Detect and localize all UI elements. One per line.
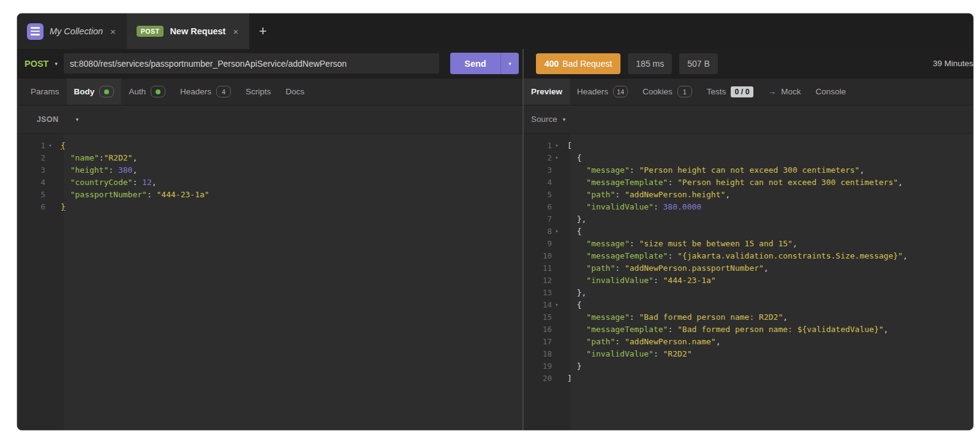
line-number: 10 — [524, 251, 552, 260]
request-body-editor[interactable]: 1▾{2 "name":"R2D2",3 "height": 380,4 "co… — [17, 134, 522, 430]
close-icon[interactable]: × — [109, 26, 117, 37]
line-number: 13 — [524, 288, 552, 297]
fold-caret-icon[interactable]: ▾ — [552, 143, 562, 148]
line-number: 18 — [524, 349, 552, 358]
tab-tests[interactable]: Tests 0 / 0 — [699, 78, 761, 105]
green-dot-icon — [104, 89, 109, 94]
fold-caret-icon[interactable]: ▾ — [552, 155, 562, 161]
code-line: 1▾[ — [524, 139, 973, 151]
code-line: 12 "invalidValue": "444-23-1a" — [524, 274, 973, 286]
code-line: 2 "name":"R2D2", — [17, 151, 522, 164]
chevron-down-icon[interactable]: ▾ — [55, 61, 58, 67]
code-line: 5 "path": "addNewPerson.height", — [524, 188, 973, 200]
response-age: 39 Minutes — [933, 59, 973, 68]
code-line: 20] — [524, 372, 973, 384]
line-number: 11 — [524, 263, 552, 273]
response-time: 185 ms — [628, 53, 672, 74]
chevron-down-icon[interactable]: ▾ — [563, 116, 566, 123]
collection-menu-icon[interactable] — [27, 23, 43, 40]
fold-caret-icon[interactable]: ▾ — [552, 229, 562, 234]
app-window: My Collection × POST New Request × + POS… — [17, 13, 973, 430]
code-line: 19 } — [524, 360, 973, 372]
code-line: 4 "countryCode": 12, — [17, 176, 522, 188]
tab-headers[interactable]: Headers 4 — [173, 78, 238, 105]
line-number: 3 — [524, 165, 552, 175]
response-view-bar: Source ▾ — [524, 105, 973, 134]
response-section-tabs: Preview Headers 14 Cookies 1 Tests 0 / 0… — [524, 78, 973, 105]
tab-new-request[interactable]: POST New Request × — [127, 13, 249, 49]
response-body-viewer[interactable]: 1▾[2▾ {3 "message": "Person height can n… — [524, 134, 973, 430]
code-line: 8▾ { — [524, 225, 973, 237]
collection-tab-label: My Collection — [50, 26, 103, 36]
method-select[interactable]: POST — [24, 59, 48, 69]
fold-caret-icon[interactable]: ▾ — [552, 302, 562, 308]
code-line: 6 "invalidValue": 380.0000 — [524, 200, 973, 213]
code-line: 9 "message": "size must be between 15 an… — [524, 237, 973, 249]
code-line: 5 "passportNumber": "444-23-1a" — [17, 188, 522, 200]
line-number: 1 — [524, 141, 552, 150]
tab-auth[interactable]: Auth — [121, 78, 173, 105]
green-dot-icon — [156, 89, 160, 94]
tab-docs[interactable]: Docs — [278, 78, 312, 105]
tab-preview[interactable]: Preview — [524, 78, 570, 105]
chevron-down-icon[interactable]: ▾ — [76, 116, 79, 123]
code-line: 4 "messageTemplate": "Person height can … — [524, 176, 973, 188]
body-type-select[interactable]: JSON — [37, 115, 59, 124]
line-number: 7 — [524, 214, 552, 224]
line-number: 15 — [524, 312, 552, 322]
code-line: 15 "message": "Bad formed person name: R… — [524, 311, 973, 323]
line-number: 5 — [524, 190, 552, 199]
code-line: 14▾ { — [524, 298, 973, 311]
arrow-right-icon: → — [768, 87, 777, 96]
line-number: 6 — [524, 202, 552, 211]
line-number: 8 — [524, 227, 552, 236]
tab-response-headers[interactable]: Headers 14 — [570, 78, 635, 105]
method-badge: POST — [137, 26, 164, 37]
code-line: 13 }, — [524, 286, 973, 298]
code-line: 3 "message": "Person height can not exce… — [524, 164, 973, 176]
body-type-bar: JSON ▾ — [17, 105, 522, 134]
send-button[interactable]: Send ▾ — [450, 53, 519, 74]
line-number: 2 — [524, 153, 552, 162]
close-icon[interactable]: × — [232, 26, 239, 37]
request-tab-bar: My Collection × POST New Request × + — [17, 13, 973, 49]
new-tab-button[interactable]: + — [249, 13, 276, 49]
url-input[interactable] — [64, 53, 439, 74]
send-button-label: Send — [450, 59, 500, 69]
line-number: 9 — [524, 239, 552, 248]
line-number: 17 — [524, 337, 552, 346]
fold-caret-icon[interactable]: ▾ — [45, 143, 55, 148]
status-badge: 400 Bad Request — [536, 53, 620, 74]
line-number: 20 — [524, 374, 552, 383]
auth-active-indicator — [151, 86, 165, 97]
status-code: 400 — [545, 59, 559, 69]
tab-my-collection[interactable]: My Collection × — [17, 13, 127, 49]
code-line: 7 }, — [524, 213, 973, 225]
body-active-indicator — [99, 86, 114, 97]
tab-body[interactable]: Body — [67, 78, 122, 105]
line-number: 4 — [524, 178, 552, 187]
response-status-bar: 400 Bad Request 185 ms 507 B 39 Minutes — [524, 49, 973, 78]
tab-scripts[interactable]: Scripts — [238, 78, 278, 105]
code-line: 2▾ { — [524, 151, 973, 164]
code-line: 17 "path": "addNewPerson.name", — [524, 335, 973, 347]
tab-console[interactable]: Console — [808, 78, 853, 105]
tab-cookies[interactable]: Cookies 1 — [635, 78, 699, 105]
tab-params[interactable]: Params — [23, 78, 67, 105]
tests-count-badge: 0 / 0 — [731, 86, 753, 97]
line-number: 1 — [17, 141, 45, 150]
line-number: 4 — [17, 178, 45, 187]
response-view-select[interactable]: Source — [531, 115, 557, 124]
headers-count-badge: 4 — [216, 86, 231, 97]
code-line: 3 "height": 380, — [17, 164, 522, 176]
code-line: 16 "messageTemplate": "Bad formed person… — [524, 323, 973, 335]
url-bar: POST ▾ Send ▾ — [17, 49, 522, 78]
tab-mock[interactable]: → Mock — [761, 78, 809, 105]
code-line: 10 "messageTemplate": "{jakarta.validati… — [524, 249, 973, 262]
request-section-tabs: Params Body Auth Headers 4 Scripts Docs — [17, 78, 522, 105]
line-number: 12 — [524, 276, 552, 285]
code-line: 1▾{ — [17, 139, 522, 151]
code-line: 18 "invalidValue": "R2D2" — [524, 347, 973, 360]
code-line: 6} — [17, 200, 522, 213]
send-options-caret-icon[interactable]: ▾ — [500, 53, 519, 74]
